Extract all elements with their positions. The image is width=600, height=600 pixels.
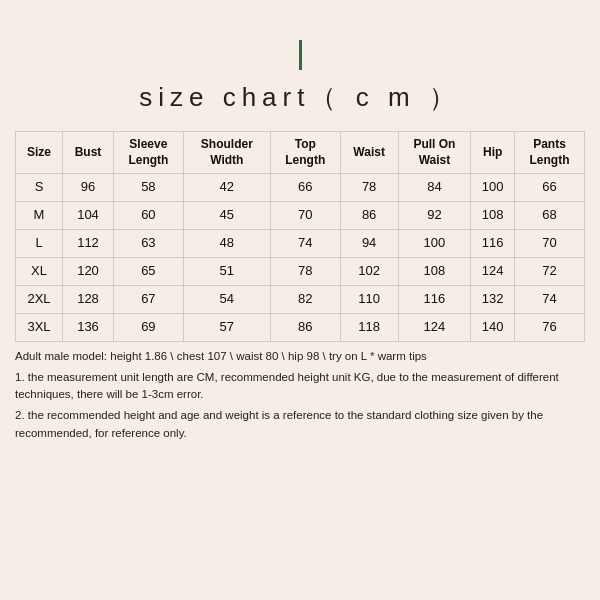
table-cell: 92 — [398, 202, 471, 230]
table-cell: 136 — [63, 313, 114, 341]
table-cell: 70 — [515, 229, 585, 257]
table-cell: 65 — [113, 257, 183, 285]
table-cell: 3XL — [16, 313, 63, 341]
table-cell: 48 — [183, 229, 270, 257]
model-note: Adult male model: height 1.86 \ chest 10… — [15, 348, 585, 365]
table-cell: 140 — [471, 313, 515, 341]
table-cell: 124 — [398, 313, 471, 341]
table-cell: 86 — [340, 202, 398, 230]
table-header: SizeBustSleeve LengthShoulder WidthTop L… — [16, 132, 585, 174]
note2: 2. the recommended height and age and we… — [15, 407, 585, 442]
table-cell: 58 — [113, 174, 183, 202]
header-cell: Size — [16, 132, 63, 174]
table-cell: 110 — [340, 285, 398, 313]
table-cell: L — [16, 229, 63, 257]
table-cell: 74 — [515, 285, 585, 313]
table-cell: 66 — [270, 174, 340, 202]
table-cell: 100 — [398, 229, 471, 257]
table-cell: 78 — [270, 257, 340, 285]
size-chart-table: SizeBustSleeve LengthShoulder WidthTop L… — [15, 131, 585, 342]
table-row: XL12065517810210812472 — [16, 257, 585, 285]
table-cell: 78 — [340, 174, 398, 202]
table-cell: 70 — [270, 202, 340, 230]
table-row: 2XL12867548211011613274 — [16, 285, 585, 313]
table-cell: 108 — [471, 202, 515, 230]
table-cell: 51 — [183, 257, 270, 285]
table-cell: 86 — [270, 313, 340, 341]
table-cell: 116 — [398, 285, 471, 313]
table-cell: 100 — [471, 174, 515, 202]
table-cell: 54 — [183, 285, 270, 313]
table-cell: 82 — [270, 285, 340, 313]
table-cell: 84 — [398, 174, 471, 202]
header-cell: Sleeve Length — [113, 132, 183, 174]
table-cell: 68 — [515, 202, 585, 230]
header-cell: Shoulder Width — [183, 132, 270, 174]
table-row: S96584266788410066 — [16, 174, 585, 202]
table-cell: 96 — [63, 174, 114, 202]
table-cell: 42 — [183, 174, 270, 202]
top-accent — [299, 40, 302, 70]
table-body: S96584266788410066M104604570869210868L11… — [16, 174, 585, 341]
table-cell: 45 — [183, 202, 270, 230]
header-cell: Pants Length — [515, 132, 585, 174]
table-cell: 108 — [398, 257, 471, 285]
table-cell: 60 — [113, 202, 183, 230]
table-cell: S — [16, 174, 63, 202]
table-cell: 104 — [63, 202, 114, 230]
table-cell: 118 — [340, 313, 398, 341]
table-cell: 63 — [113, 229, 183, 257]
table-cell: 67 — [113, 285, 183, 313]
table-cell: 94 — [340, 229, 398, 257]
table-row: M104604570869210868 — [16, 202, 585, 230]
table-cell: M — [16, 202, 63, 230]
table-cell: 120 — [63, 257, 114, 285]
header-cell: Waist — [340, 132, 398, 174]
header-cell: Bust — [63, 132, 114, 174]
table-cell: 57 — [183, 313, 270, 341]
table-cell: 116 — [471, 229, 515, 257]
table-row: L1126348749410011670 — [16, 229, 585, 257]
table-cell: 66 — [515, 174, 585, 202]
table-row: 3XL13669578611812414076 — [16, 313, 585, 341]
table-cell: 112 — [63, 229, 114, 257]
header-cell: Top Length — [270, 132, 340, 174]
table-cell: 76 — [515, 313, 585, 341]
header-row: SizeBustSleeve LengthShoulder WidthTop L… — [16, 132, 585, 174]
table-cell: 2XL — [16, 285, 63, 313]
table-cell: 102 — [340, 257, 398, 285]
table-cell: 69 — [113, 313, 183, 341]
table-cell: 124 — [471, 257, 515, 285]
table-cell: 72 — [515, 257, 585, 285]
chart-title: size chart（ c m ） — [139, 80, 461, 115]
header-cell: Hip — [471, 132, 515, 174]
header-cell: Pull On Waist — [398, 132, 471, 174]
table-cell: XL — [16, 257, 63, 285]
table-cell: 74 — [270, 229, 340, 257]
note1: 1. the measurement unit length are CM, r… — [15, 369, 585, 404]
table-cell: 128 — [63, 285, 114, 313]
table-cell: 132 — [471, 285, 515, 313]
notes-section: Adult male model: height 1.86 \ chest 10… — [15, 348, 585, 446]
